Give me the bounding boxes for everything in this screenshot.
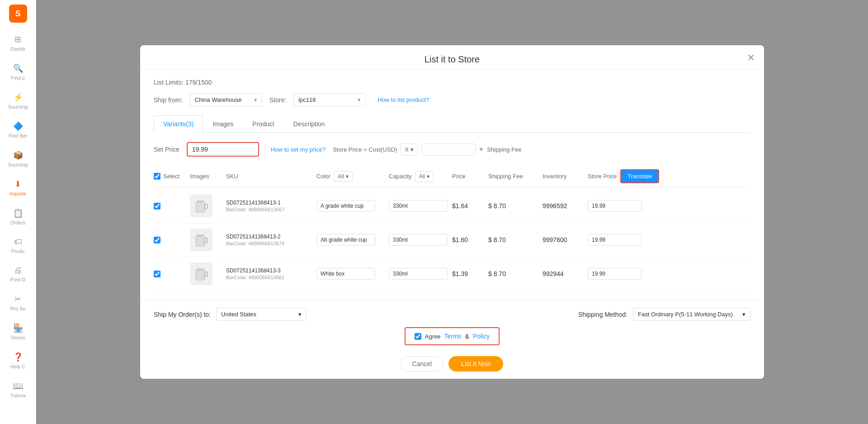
store-label: Store: — [269, 96, 286, 104]
sidebar-item-pro-se[interactable]: ✂ Pro Se — [0, 290, 36, 316]
formula-multiplier-select[interactable]: X ▾ — [401, 143, 418, 156]
chevron-down-icon7: ▾ — [742, 311, 745, 318]
capacity-filter-select[interactable]: All ▾ — [415, 171, 434, 182]
modal: List it to Store ✕ List Limits: 179/1500… — [140, 45, 764, 379]
sidebar-label-products: Produ — [11, 248, 24, 254]
table-row: SD07251141368413-2 BarCode: 489006661367… — [154, 223, 750, 257]
row2-capacity-input[interactable] — [389, 234, 448, 246]
row2-store-price — [588, 234, 660, 246]
row3-color-input[interactable] — [316, 268, 375, 280]
print-icon: 🖨 — [14, 266, 22, 275]
sidebar-item-sourcing[interactable]: ⚡ Sourcing — [0, 88, 36, 114]
agree-checkbox[interactable] — [415, 333, 421, 340]
translate-button[interactable]: Translate — [620, 169, 659, 183]
tutorial-icon: 📖 — [13, 381, 23, 391]
svg-rect-4 — [205, 238, 208, 243]
row2-store-price-input[interactable] — [588, 234, 642, 246]
sidebar-item-find[interactable]: 🔍 Find p — [0, 59, 36, 85]
cancel-button[interactable]: Cancel — [401, 356, 443, 372]
modal-footer: Ship My Order(s) to: United States ▾ Shi… — [140, 300, 764, 379]
row3-price: $1.39 — [452, 270, 488, 277]
sidebar-item-find-better[interactable]: 🔷 Find Bet — [0, 117, 36, 143]
svg-rect-3 — [196, 236, 205, 246]
svg-rect-1 — [205, 204, 208, 209]
sidebar-item-tutorial[interactable]: 📖 Tutoria — [0, 376, 36, 403]
sidebar-label-sourcing: Sourcing — [8, 104, 28, 110]
product-thumbnail-icon3 — [192, 265, 210, 283]
sidebar-item-print[interactable]: 🖨 Print O — [0, 261, 36, 287]
agree-text: Agree — [425, 333, 441, 340]
formula-value-input[interactable] — [421, 143, 476, 156]
tab-images[interactable]: Images — [203, 115, 243, 132]
chevron-down-icon: ▾ — [254, 96, 257, 103]
row3-store-price-input[interactable] — [588, 268, 642, 280]
row1-store-price — [588, 200, 660, 212]
tab-description[interactable]: Description — [284, 115, 335, 132]
find-icon: 🔍 — [13, 63, 23, 73]
how-to-set-price-link[interactable]: How to set my price? — [271, 146, 326, 153]
row3-capacity-input[interactable] — [389, 268, 448, 280]
shipping-fee-formula-label: Shipping Fee — [487, 146, 522, 153]
sidebar-item-dashb[interactable]: ⊞ Dashb — [0, 30, 36, 56]
action-buttons: Cancel List It Now — [154, 356, 750, 372]
close-button[interactable]: ✕ — [747, 52, 755, 64]
sidebar-label-find: Find p — [11, 75, 25, 81]
set-price-label: Set Price — [154, 146, 179, 153]
row1-store-price-input[interactable] — [588, 200, 642, 212]
modal-body: List Limits: 179/1500 Ship from: China W… — [140, 70, 764, 300]
list-it-now-button[interactable]: List It Now — [448, 356, 503, 372]
sidebar-label-dashb: Dashb — [11, 46, 25, 52]
row1-price: $1.64 — [452, 202, 488, 210]
agree-wrapper: Agree Terms & Policy — [154, 321, 750, 352]
agree-row: Agree Terms & Policy — [405, 327, 500, 345]
svg-rect-0 — [196, 202, 205, 212]
row1-color-input[interactable] — [316, 200, 375, 212]
ship-to-select[interactable]: United States ▾ — [216, 308, 307, 321]
shipping-method-select[interactable]: Fast Ordinary P(5-11 Working Days) ▾ — [633, 308, 750, 321]
row3-capacity — [389, 268, 452, 280]
row1-sku: SD07251141368413-1 BarCode: 489006661366… — [226, 200, 316, 212]
svg-rect-6 — [196, 270, 205, 280]
svg-rect-7 — [205, 272, 208, 276]
ship-from-select[interactable]: China Warehouse ▾ — [190, 93, 262, 106]
orders-icon: 📋 — [13, 208, 23, 218]
table-row: SD07251141368413-1 BarCode: 489006661366… — [154, 189, 750, 223]
row1-capacity-input[interactable] — [389, 200, 448, 212]
row3-store-price — [588, 268, 660, 280]
col-shipping-header: Shipping Fee — [488, 173, 542, 180]
sourcing2-icon: 📦 — [13, 150, 23, 160]
and-text: & — [465, 333, 469, 340]
row3-checkbox[interactable] — [154, 271, 160, 277]
sidebar-item-sourcing2[interactable]: 📦 Sourcing — [0, 146, 36, 172]
plus-sign: + — [479, 145, 483, 153]
store-select[interactable]: lpc118 ▾ — [293, 93, 366, 106]
row2-color-input[interactable] — [316, 234, 375, 246]
row3-color — [316, 268, 389, 280]
product-thumbnail-icon — [192, 197, 210, 215]
terms-link[interactable]: Terms — [444, 333, 461, 340]
how-to-list-link[interactable]: How to list product? — [377, 96, 429, 103]
row1-checkbox[interactable] — [154, 203, 160, 210]
sidebar-item-products[interactable]: 🏷 Produ — [0, 233, 36, 258]
tab-product[interactable]: Product — [243, 115, 283, 132]
row2-shipping: $ 8.70 — [488, 236, 542, 243]
set-price-input[interactable] — [187, 142, 259, 157]
col-price-header: Price — [452, 173, 488, 180]
sidebar-item-help[interactable]: ❓ Help C — [0, 348, 36, 374]
stores-icon: 🏪 — [13, 323, 23, 333]
row1-shipping: $ 8.70 — [488, 202, 542, 210]
sidebar-label-find-better: Find Bet — [9, 133, 27, 138]
color-filter-select[interactable]: All ▾ — [334, 171, 352, 182]
sidebar-item-imported[interactable]: ⬇ Importe — [0, 175, 36, 201]
chevron-down-icon4: ▾ — [346, 173, 349, 180]
select-all-checkbox[interactable] — [154, 173, 160, 180]
row3-inventory: 992944 — [542, 270, 588, 277]
policy-link[interactable]: Policy — [473, 333, 490, 340]
sidebar-item-stores[interactable]: 🏪 Stores — [0, 319, 36, 345]
tab-variants[interactable]: Variants(3) — [154, 115, 203, 133]
row2-checkbox[interactable] — [154, 237, 160, 243]
store-price-formula: Store Price = Cost(USD) X ▾ + Shipping F… — [333, 143, 522, 156]
set-price-row: Set Price How to set my price? Store Pri… — [154, 142, 750, 157]
modal-header: List it to Store ✕ — [140, 45, 764, 70]
sidebar-item-orders[interactable]: 📋 Orders — [0, 204, 36, 230]
